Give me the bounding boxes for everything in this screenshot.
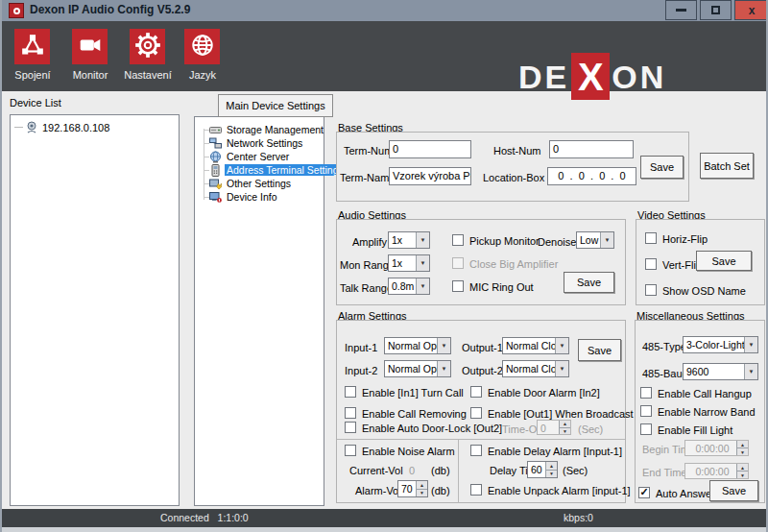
- horiz-flip-checkbox[interactable]: [645, 232, 657, 244]
- chevron-down-icon[interactable]: ▼: [416, 278, 429, 294]
- begin-time-spinner: 0:00:00 ▲▼: [684, 440, 749, 456]
- chevron-down-icon[interactable]: ▼: [744, 364, 757, 379]
- timeout-unit: (Sec): [578, 423, 603, 435]
- talk-range-dropdown[interactable]: 0.8m▼: [388, 278, 430, 295]
- host-num-field[interactable]: 0: [549, 140, 634, 158]
- talk-range-label: Talk Range: [340, 282, 393, 294]
- spinner-up-icon[interactable]: ▲: [417, 481, 427, 490]
- base-save-button[interactable]: Save: [640, 156, 684, 179]
- 485-baud-label: 485-Baud: [642, 368, 688, 379]
- chevron-down-icon[interactable]: ▼: [555, 361, 568, 376]
- enable-noise-alarm-checkbox[interactable]: [345, 445, 356, 456]
- tree-item-address-terminal-settings[interactable]: Address Terminal Settings: [195, 163, 324, 177]
- pickup-monitor-checkbox[interactable]: [452, 234, 464, 246]
- output1-label: Output-1: [462, 342, 503, 353]
- other-settings-icon: [209, 178, 222, 190]
- mic-ring-out-label: MIC Ring Out: [469, 281, 534, 293]
- tree-item-center-server[interactable]: Center Server: [195, 150, 324, 163]
- input1-dropdown[interactable]: Normal Open▼: [384, 337, 451, 354]
- minimize-button[interactable]: [665, 0, 697, 20]
- close-button[interactable]: x: [734, 0, 768, 20]
- enable-auto-doorlock-checkbox[interactable]: [345, 422, 356, 433]
- chevron-down-icon[interactable]: ▼: [744, 337, 757, 352]
- tree-item-network-settings[interactable]: Network Settings: [195, 136, 324, 150]
- connect-button[interactable]: [14, 29, 50, 64]
- gear-icon: [134, 32, 161, 62]
- device-info-icon: [209, 191, 222, 204]
- spinner-up-icon[interactable]: ▲: [546, 462, 557, 471]
- connection-status: Connected 1:1:0:0: [160, 512, 249, 523]
- settings-tree: Storage Management Network Settings: [194, 116, 324, 506]
- device-list[interactable]: 192.168.0.108: [10, 114, 180, 506]
- location-box-ip-field[interactable]: 0 . 0 . 0 . 0: [547, 167, 636, 185]
- show-osd-name-checkbox[interactable]: [645, 284, 657, 296]
- input2-dropdown[interactable]: Normal Open▼: [384, 360, 451, 377]
- spinner-down-icon[interactable]: ▼: [546, 471, 557, 478]
- tab-main-device-settings[interactable]: Main Device Settings: [218, 94, 333, 117]
- enable-delay-alarm-checkbox[interactable]: [470, 445, 482, 456]
- tree-item-other-settings[interactable]: Other Settings: [195, 177, 324, 190]
- window-title: Dexon IP Audio Config V5.2.9: [30, 3, 190, 16]
- chevron-down-icon[interactable]: ▼: [416, 232, 429, 248]
- enable-call-removing-label: Enable Call Removing: [362, 408, 467, 420]
- 485-baud-dropdown[interactable]: 9600▼: [683, 363, 758, 380]
- output2-label: Output-2: [462, 365, 503, 376]
- enable-door-alarm-checkbox[interactable]: [470, 386, 482, 398]
- chevron-down-icon[interactable]: ▼: [437, 361, 450, 376]
- vert-flip-checkbox[interactable]: [645, 258, 657, 270]
- denoise-dropdown[interactable]: Low▼: [576, 231, 614, 249]
- misc-save-button[interactable]: Save: [709, 480, 758, 501]
- chevron-down-icon[interactable]: ▼: [600, 232, 613, 248]
- output1-dropdown[interactable]: Normal Close▼: [502, 337, 569, 354]
- device-list-item[interactable]: 192.168.0.108: [11, 115, 179, 133]
- chevron-down-icon[interactable]: ▼: [437, 338, 450, 353]
- spinner-down-icon: ▼: [560, 428, 570, 435]
- address-terminal-icon: [209, 164, 222, 177]
- term-num-field[interactable]: 0: [389, 140, 471, 158]
- enable-narrow-band-checkbox[interactable]: [640, 405, 652, 417]
- alarm-save-button[interactable]: Save: [578, 339, 621, 361]
- enable-unpack-alarm-checkbox[interactable]: [470, 484, 482, 496]
- alarm-vol-label: Alarm-Vol: [355, 485, 401, 496]
- settings-button[interactable]: [130, 29, 165, 64]
- output2-dropdown[interactable]: Normal Close▼: [502, 360, 569, 377]
- tree-item-device-info[interactable]: Device Info: [195, 190, 324, 204]
- language-button[interactable]: [184, 29, 220, 64]
- delay-time-spinner[interactable]: 60 ▲▼: [527, 461, 558, 478]
- camera-icon: [78, 33, 103, 61]
- app-window: Dexon IP Audio Config V5.2.9 x Spojení: [0, 0, 768, 532]
- enable-call-hangup-checkbox[interactable]: [640, 387, 652, 399]
- tree-item-storage-management[interactable]: Storage Management: [195, 123, 324, 136]
- host-num-label: Host-Num: [493, 145, 541, 157]
- chevron-down-icon[interactable]: ▼: [416, 255, 429, 271]
- mon-range-dropdown[interactable]: 1x▼: [388, 254, 430, 272]
- audio-save-button[interactable]: Save: [564, 272, 614, 293]
- current-vol-value: 0: [409, 465, 415, 476]
- denoise-label: Denoise: [538, 236, 576, 248]
- current-vol-unit: (db): [431, 465, 450, 476]
- enable-call-removing-checkbox[interactable]: [345, 407, 356, 419]
- enable-auto-doorlock-label: Enable Auto Door-Lock [Out2]: [362, 423, 502, 434]
- end-time-spinner: 0:00:00 ▲▼: [684, 463, 749, 479]
- enable-fill-light-checkbox[interactable]: [640, 423, 652, 435]
- chevron-down-icon[interactable]: ▼: [555, 338, 568, 353]
- batch-set-button[interactable]: Batch Set: [700, 153, 754, 179]
- pickup-monitor-label: Pickup Monitor: [469, 235, 540, 247]
- storage-icon: [209, 124, 222, 136]
- auto-answer-checkbox[interactable]: ✓: [638, 487, 650, 498]
- spinner-down-icon[interactable]: ▼: [417, 490, 427, 497]
- video-save-button[interactable]: Save: [696, 251, 752, 271]
- 485-type-dropdown[interactable]: 3-Color-Light▼: [683, 336, 758, 353]
- enable-out1-broadcast-checkbox[interactable]: [470, 407, 482, 419]
- amplify-dropdown[interactable]: 1x▼: [388, 231, 430, 249]
- enable-fill-light-label: Enable Fill Light: [658, 424, 732, 436]
- mic-ring-out-checkbox[interactable]: [452, 280, 464, 292]
- enable-in1-turn-call-checkbox[interactable]: [345, 386, 356, 398]
- alarm-vol-spinner[interactable]: 70 ▲▼: [397, 480, 428, 497]
- enable-noise-alarm-label: Enable Noise Alarm: [362, 446, 455, 457]
- monitor-button[interactable]: [72, 29, 108, 64]
- term-name-field[interactable]: Vzorek výroba PoE + a: [389, 167, 471, 185]
- maximize-button[interactable]: [700, 0, 732, 20]
- network-settings-icon: [209, 137, 222, 150]
- enable-out1-broadcast-label: Enable [Out1] When Broadcast: [488, 408, 634, 420]
